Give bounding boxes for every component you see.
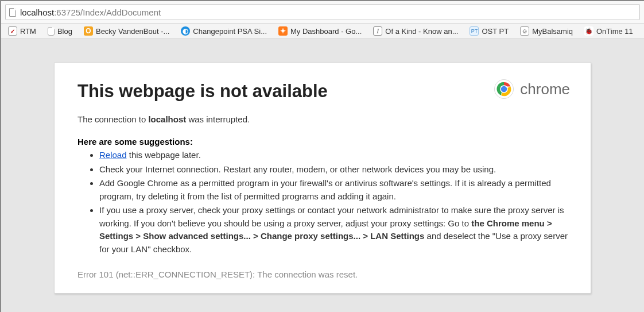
address-host: localhost <box>20 7 54 17</box>
suggestions-heading: Here are some suggestions: <box>77 137 568 147</box>
bookmark-label: MyBalsamiq <box>532 27 573 36</box>
bookmark-label: Becky VandenBout -... <box>96 27 169 36</box>
chrome-icon <box>494 79 514 99</box>
bookmark-rtm[interactable]: ✓ RTM <box>6 25 38 37</box>
blog-icon <box>48 27 55 36</box>
address-path: :63725/Index/AddDocument <box>54 7 161 17</box>
becky-icon: O <box>84 26 93 36</box>
suggestion-firewall: Add Google Chrome as a permitted program… <box>99 177 568 203</box>
connection-message: The connection to localhost was interrup… <box>77 114 568 124</box>
suggestions-list: Reload this webpage later. Check your In… <box>77 149 568 256</box>
bookmarks-bar: ✓ RTM Blog O Becky VandenBout -... ◐ Cha… <box>1 24 644 39</box>
bookmark-label: Blog <box>57 27 72 36</box>
conn-suffix: was interrupted. <box>186 114 250 124</box>
reload-link[interactable]: Reload <box>99 150 127 160</box>
content-stage: chrome This webpage is not available The… <box>1 39 644 294</box>
balsamiq-icon: ☺ <box>520 26 529 36</box>
ost-icon: PT <box>470 26 479 36</box>
reload-suffix: this webpage later. <box>127 150 201 160</box>
address-input[interactable]: localhost:63725/Index/AddDocument <box>5 4 640 20</box>
bookmark-label: Of a Kind - Know an... <box>385 27 458 36</box>
page-icon <box>9 8 16 17</box>
bookmark-changepoint[interactable]: ◐ Changepoint PSA Si... <box>179 25 269 37</box>
rtm-icon: ✓ <box>8 26 17 36</box>
bookmark-label: My Dashboard - Go... <box>290 27 362 36</box>
address-bar-container: localhost:63725/Index/AddDocument <box>1 1 644 24</box>
ontime-icon: 🐞 <box>584 26 593 36</box>
bookmark-label: RTM <box>20 27 36 36</box>
bookmark-mybalsamiq[interactable]: ☺ MyBalsamiq <box>518 25 575 37</box>
conn-host: localhost <box>148 114 186 124</box>
conn-prefix: The connection to <box>77 114 148 124</box>
suggestion-proxy: If you use a proxy server, check your pr… <box>99 204 568 256</box>
svg-point-2 <box>501 86 507 93</box>
bookmark-ost-pt[interactable]: PT OST PT <box>467 25 511 37</box>
chrome-brand: chrome <box>494 79 570 99</box>
bookmark-label: OST PT <box>482 27 509 36</box>
bookmark-blog[interactable]: Blog <box>45 26 75 37</box>
bookmark-my-dashboard[interactable]: ✦ My Dashboard - Go... <box>276 25 364 37</box>
bookmark-ontime[interactable]: 🐞 OnTime 11 <box>582 25 635 37</box>
suggestion-check-connection: Check your Internet connection. Restart … <box>99 163 568 176</box>
dashboard-icon: ✦ <box>278 26 288 36</box>
error-code: Error 101 (net::ERR_CONNECTION_RESET): T… <box>77 269 568 279</box>
suggestion-reload: Reload this webpage later. <box>99 149 568 162</box>
bookmark-label: OnTime 11 <box>596 27 633 36</box>
error-card: chrome This webpage is not available The… <box>54 62 591 294</box>
bookmark-becky[interactable]: O Becky VandenBout -... <box>82 25 172 37</box>
bookmark-of-a-kind[interactable]: I Of a Kind - Know an... <box>371 25 460 37</box>
chrome-brand-text: chrome <box>520 80 570 98</box>
ofakind-icon: I <box>373 26 382 36</box>
changepoint-icon: ◐ <box>181 26 190 36</box>
bookmark-label: Changepoint PSA Si... <box>193 27 267 36</box>
